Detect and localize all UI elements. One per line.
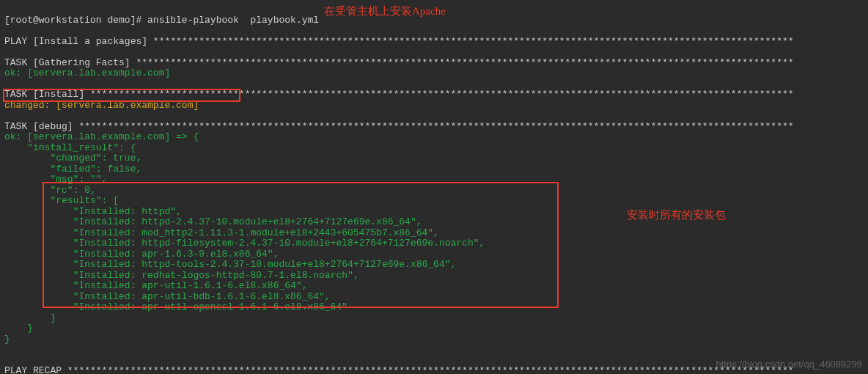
ir-installed-0: "Installed: httpd",: [4, 206, 182, 217]
blank-line-4: [4, 110, 10, 121]
ir-installed-3: "Installed: httpd-filesystem-2.4.37-10.m…: [4, 238, 485, 249]
ir-installed-4: "Installed: apr-1.6.3-9.el8.x86_64",: [4, 249, 279, 260]
blank-line-2: [4, 46, 10, 57]
task-gathering-facts: TASK [Gathering Facts] *****************…: [4, 57, 794, 68]
ir-installed-5: "Installed: httpd-tools-2.4.37-10.module…: [4, 259, 456, 270]
ir-installed-6: "Installed: redhat-logos-httpd-80.7-1.el…: [4, 270, 359, 281]
ir-installed-7: "Installed: apr-util-1.6.1-6.el8.x86_64"…: [4, 280, 307, 291]
ir-msg: "msg": "",: [4, 174, 107, 185]
watermark-text: https://blog.csdn.net/qq_46089299: [716, 359, 863, 370]
ir-changed: "changed": true,: [4, 153, 141, 164]
blank-line-3: [4, 78, 10, 89]
ir-installed-2: "Installed: mod_http2-1.11.3-1.module+el…: [4, 227, 439, 238]
annotation-all-packages: 安装时所有的安装包: [627, 208, 726, 222]
terminal-output: [root@workstation demo]# ansible-playboo…: [0, 0, 868, 374]
ir-rc: "rc": 0,: [4, 185, 96, 196]
blank-line-6: [4, 355, 10, 366]
install-result-open: "install_result": {: [4, 142, 136, 153]
ir-installed-8: "Installed: apr-util-bdb-1.6.1-6.el8.x86…: [4, 291, 331, 302]
blank-line-5: [4, 344, 10, 355]
ir-results-open: "results": [: [4, 195, 119, 206]
ir-close: }: [4, 323, 33, 334]
annotation-install-apache: 在受管主机上安装Apache: [324, 4, 446, 18]
play-recap-header: PLAY RECAP *****************************…: [4, 365, 794, 374]
ir-results-close: ]: [4, 312, 56, 323]
shell-prompt: [root@workstation demo]#: [4, 15, 147, 26]
ir-installed-1: "Installed: httpd-2.4.37-10.module+el8+2…: [4, 216, 422, 227]
task-debug: TASK [debug] ***************************…: [4, 121, 794, 132]
blank-line-1: [4, 25, 10, 36]
ok-host-gather: ok: [servera.lab.example.com]: [4, 67, 170, 78]
task-install: TASK [Install] *************************…: [4, 89, 794, 100]
debug-close-brace: }: [4, 334, 10, 345]
ir-failed: "failed": false,: [4, 164, 141, 175]
debug-open: ok: [servera.lab.example.com] => {: [4, 131, 199, 142]
play-header: PLAY [Install a packages] **************…: [4, 36, 794, 47]
ir-installed-9: "Installed: apr-util-openssl-1.6.1-6.el8…: [4, 301, 347, 312]
changed-host-install: changed: [servera.lab.example.com]: [4, 100, 199, 111]
command-text: ansible-playbook playbook.yml: [147, 15, 319, 26]
